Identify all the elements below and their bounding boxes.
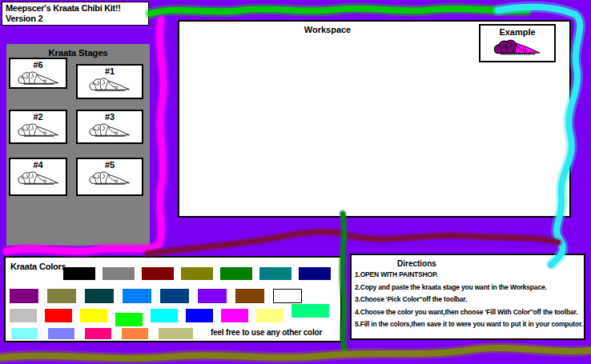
maroon-middle-squiggle (147, 232, 558, 254)
kraata-drawing (15, 170, 62, 187)
color-swatch[interactable] (220, 267, 252, 280)
direction-step-1: 1.OPEN WITH PAINTSHOP. (355, 269, 584, 282)
directions-panel: Directions 1.OPEN WITH PAINTSHOP. 2.Copy… (350, 254, 585, 340)
example-box: Example (479, 24, 556, 62)
direction-step-5: 5.Fill in the colors,then save it to wer… (355, 318, 584, 331)
color-swatch[interactable] (63, 267, 95, 280)
color-swatch[interactable] (10, 289, 38, 303)
color-row-1 (63, 267, 331, 280)
color-swatch[interactable] (221, 309, 248, 322)
kraata-drawing (15, 70, 62, 87)
stage-box-5[interactable]: #5 (76, 158, 143, 196)
color-row-2 (10, 289, 302, 303)
workspace-title: Workspace (179, 22, 476, 34)
kraata-drawing (15, 122, 62, 139)
color-swatch[interactable] (115, 313, 143, 326)
direction-step-4: 4.Choose the color you want,then choose … (355, 306, 584, 319)
kit-version: Version 2 (6, 14, 145, 24)
color-swatch[interactable] (160, 289, 189, 303)
green-vertical-squiggle (342, 214, 344, 350)
stage-box-3[interactable]: #3 (76, 110, 143, 144)
color-swatch[interactable] (48, 328, 74, 339)
color-swatch[interactable] (273, 289, 302, 303)
stage-box-2[interactable]: #2 (9, 110, 67, 144)
stage-label: #1 (78, 66, 142, 77)
kraata-drawing (86, 77, 133, 94)
color-swatch[interactable] (10, 309, 37, 322)
stages-panel-title: Kraata Stages (6, 44, 150, 58)
kraata-drawing (86, 170, 133, 187)
direction-step-3: 3.Choose 'Pick Color''off the toolbar. (355, 294, 584, 306)
stage-box-4[interactable]: #4 (9, 158, 67, 196)
color-swatch[interactable] (80, 309, 107, 322)
example-kraata-drawing (492, 38, 542, 58)
color-swatch[interactable] (256, 309, 283, 322)
color-swatch[interactable] (235, 289, 264, 303)
stage-box-6[interactable]: #6 (9, 58, 67, 89)
olive-bottom-squiggle (2, 348, 589, 358)
colors-panel-title: Kraata Colors (10, 262, 66, 271)
color-swatch[interactable] (299, 267, 331, 280)
color-swatch[interactable] (142, 267, 174, 280)
color-swatch[interactable] (85, 328, 111, 339)
colors-panel: Kraata Colors feel free to use any other… (4, 256, 342, 342)
color-swatch[interactable] (122, 328, 148, 339)
stage-label: #2 (10, 112, 66, 122)
color-swatch[interactable] (181, 267, 213, 280)
directions-title: Directions (355, 258, 584, 269)
green-top-squiggle (151, 9, 527, 14)
stages-panel: Kraata Stages #1 #2 #3 #4 #5 #6 (6, 44, 150, 246)
color-swatch[interactable] (103, 267, 135, 280)
stage-label: #5 (78, 160, 142, 170)
color-swatch[interactable] (159, 328, 193, 339)
stage-label: #6 (10, 60, 66, 70)
color-row-4 (11, 328, 193, 339)
direction-step-2: 2.Copy and paste the kraata stage you wa… (355, 282, 584, 294)
stage-label: #3 (78, 112, 142, 122)
color-swatch[interactable] (47, 289, 76, 303)
color-swatch[interactable] (123, 289, 151, 303)
color-swatch[interactable] (85, 289, 114, 303)
kraata-drawing (86, 122, 133, 139)
color-swatch[interactable] (198, 289, 227, 303)
kit-title: Meepscer's Kraata Chibi Kit!! (6, 3, 145, 14)
workspace-area[interactable]: Workspace Example (178, 20, 571, 218)
color-swatch[interactable] (259, 267, 291, 280)
stage-box-1[interactable]: #1 (76, 64, 143, 99)
colors-note: feel free to use any other color (211, 328, 322, 337)
stage-label: #4 (10, 160, 66, 170)
title-box: Meepscer's Kraata Chibi Kit!! Version 2 (2, 2, 149, 26)
color-swatch[interactable] (291, 304, 329, 318)
example-title: Example (480, 27, 554, 37)
color-swatch[interactable] (11, 328, 38, 339)
color-swatch[interactable] (151, 309, 178, 322)
color-swatch[interactable] (45, 309, 72, 322)
color-row-3 (10, 309, 329, 326)
color-swatch[interactable] (186, 309, 213, 322)
